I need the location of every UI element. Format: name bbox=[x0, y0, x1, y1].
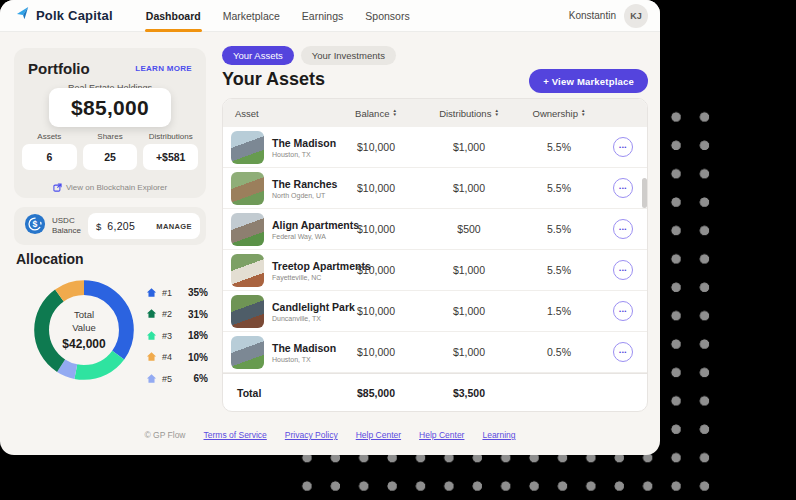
column-header-ownership[interactable]: Ownership▲▼ bbox=[519, 108, 599, 119]
legend-item-1: #135% bbox=[146, 282, 208, 304]
nav-item-marketplace[interactable]: Marketplace bbox=[212, 0, 291, 32]
asset-name: The Madison bbox=[272, 342, 336, 354]
allocation-legend: #135%#231%#318%#410%#56% bbox=[146, 282, 208, 390]
stat-assets: Assets6 bbox=[22, 132, 77, 170]
scrollbar-thumb[interactable] bbox=[642, 178, 647, 208]
assets-table: AssetBalance▲▼Distributions▲▼Ownership▲▼… bbox=[222, 98, 648, 412]
tab-your-investments[interactable]: Your Investments bbox=[301, 46, 396, 65]
main-nav: DashboardMarketplaceEarningsSponsors bbox=[135, 0, 421, 32]
distributions-cell: $1,000 bbox=[419, 346, 519, 358]
column-header-distributions[interactable]: Distributions▲▼ bbox=[419, 108, 519, 119]
distributions-cell: $1,000 bbox=[419, 305, 519, 317]
legend-percent: 18% bbox=[188, 330, 208, 341]
nav-item-sponsors[interactable]: Sponsors bbox=[354, 0, 420, 32]
house-icon bbox=[146, 370, 157, 388]
ownership-cell: 5.5% bbox=[519, 264, 599, 276]
total-distributions: $3,500 bbox=[419, 387, 519, 399]
property-photo bbox=[231, 336, 264, 369]
column-label: Asset bbox=[235, 108, 259, 119]
nav-item-earnings[interactable]: Earnings bbox=[291, 0, 354, 32]
asset-location: Houston, TX bbox=[272, 151, 336, 158]
property-photo bbox=[231, 172, 264, 205]
legend-label: #4 bbox=[162, 352, 172, 362]
house-icon bbox=[146, 327, 157, 345]
blockchain-link-text: View on Blockchain Explorer bbox=[66, 183, 167, 192]
brand-logo-icon bbox=[16, 6, 31, 25]
stat-label: Shares bbox=[97, 132, 122, 141]
legend-label: #1 bbox=[162, 288, 172, 298]
asset-cell[interactable]: The MadisonHouston, TX bbox=[223, 336, 333, 369]
table-row: Treetop ApartmentsFayetteville, NC$10,00… bbox=[223, 250, 647, 291]
asset-cell[interactable]: Align ApartmentsFederal Way, WA bbox=[223, 213, 333, 246]
copyright: © GP Flow bbox=[144, 430, 185, 440]
row-menu-button[interactable]: ••• bbox=[613, 342, 633, 362]
learn-more-link[interactable]: LEARN MORE bbox=[135, 64, 192, 73]
view-marketplace-button[interactable]: + View Marketplace bbox=[529, 69, 648, 93]
legend-label: #3 bbox=[162, 331, 172, 341]
svg-text:$: $ bbox=[33, 219, 38, 229]
footer-link-terms-of-service[interactable]: Terms of Service bbox=[204, 430, 267, 440]
page: Polk Capital DashboardMarketplaceEarning… bbox=[0, 0, 796, 500]
stat-value: 6 bbox=[22, 144, 77, 170]
footer-link-help-center[interactable]: Help Center bbox=[419, 430, 464, 440]
table-total-row: Total $85,000 $3,500 bbox=[223, 373, 647, 411]
legend-item-2: #231% bbox=[146, 304, 208, 326]
asset-location: Houston, TX bbox=[272, 356, 336, 363]
stat-label: Distributions bbox=[149, 132, 193, 141]
page-title: Your Assets bbox=[222, 69, 325, 90]
total-label: Total bbox=[223, 387, 333, 399]
usdc-amount-field[interactable]: $ 6,205 MANAGE bbox=[88, 213, 200, 239]
allocation-donut-chart: Total Value $42,000 bbox=[31, 277, 137, 383]
row-menu-button[interactable]: ••• bbox=[613, 219, 633, 239]
stat-label: Assets bbox=[37, 132, 61, 141]
column-header-balance[interactable]: Balance▲▼ bbox=[333, 108, 419, 119]
footer-link-learning[interactable]: Learning bbox=[482, 430, 515, 440]
balance-cell: $10,000 bbox=[333, 223, 419, 235]
row-menu-button[interactable]: ••• bbox=[613, 137, 633, 157]
usdc-amount: 6,205 bbox=[107, 220, 135, 232]
table-row: The RanchesNorth Ogden, UT$10,000$1,0005… bbox=[223, 168, 647, 209]
table-row: The MadisonHouston, TX$10,000$1,0000.5%•… bbox=[223, 332, 647, 373]
row-menu-button[interactable]: ••• bbox=[613, 301, 633, 321]
user-name[interactable]: Konstantin bbox=[569, 10, 616, 21]
portfolio-title: Portfolio bbox=[28, 60, 90, 77]
donut-center: Total Value $42,000 bbox=[31, 277, 137, 383]
asset-cell[interactable]: The MadisonHouston, TX bbox=[223, 131, 333, 164]
holdings-value: $85,000 bbox=[71, 96, 149, 120]
balance-cell: $10,000 bbox=[333, 182, 419, 194]
legend-label: #2 bbox=[162, 309, 172, 319]
asset-name: The Ranches bbox=[272, 178, 337, 190]
blockchain-explorer-link[interactable]: View on Blockchain Explorer bbox=[14, 178, 206, 196]
asset-cell[interactable]: Treetop ApartmentsFayetteville, NC bbox=[223, 254, 333, 287]
asset-location: North Ogden, UT bbox=[272, 192, 337, 199]
table-row: Candlelight ParkDuncanville, TX$10,000$1… bbox=[223, 291, 647, 332]
table-header-row: AssetBalance▲▼Distributions▲▼Ownership▲▼ bbox=[223, 99, 647, 127]
legend-percent: 6% bbox=[194, 373, 208, 384]
sort-icon[interactable]: ▲▼ bbox=[581, 109, 585, 117]
row-menu-button[interactable]: ••• bbox=[613, 178, 633, 198]
nav-item-dashboard[interactable]: Dashboard bbox=[135, 0, 212, 32]
avatar[interactable]: KJ bbox=[624, 4, 648, 28]
legend-percent: 31% bbox=[188, 309, 208, 320]
footer-link-help-center[interactable]: Help Center bbox=[356, 430, 401, 440]
property-photo bbox=[231, 131, 264, 164]
sort-icon[interactable]: ▲▼ bbox=[494, 109, 498, 117]
row-menu-button[interactable]: ••• bbox=[613, 260, 633, 280]
asset-name: The Madison bbox=[272, 137, 336, 149]
distributions-cell: $500 bbox=[419, 223, 519, 235]
tab-your-assets[interactable]: Your Assets bbox=[222, 46, 294, 65]
ownership-cell: 0.5% bbox=[519, 346, 599, 358]
legend-percent: 35% bbox=[188, 287, 208, 298]
legend-label: #5 bbox=[162, 374, 172, 384]
donut-center-label: Total Value bbox=[63, 309, 105, 335]
asset-cell[interactable]: Candlelight ParkDuncanville, TX bbox=[223, 295, 333, 328]
asset-cell[interactable]: The RanchesNorth Ogden, UT bbox=[223, 172, 333, 205]
manage-button[interactable]: MANAGE bbox=[156, 222, 192, 231]
legend-percent: 10% bbox=[188, 352, 208, 363]
property-photo bbox=[231, 254, 264, 287]
usdc-icon: $ bbox=[24, 213, 46, 239]
footer-link-privacy-policy[interactable]: Privacy Policy bbox=[285, 430, 338, 440]
sort-icon[interactable]: ▲▼ bbox=[392, 109, 396, 117]
footer-links: Terms of ServicePrivacy PolicyHelp Cente… bbox=[204, 430, 516, 440]
app-window: Polk Capital DashboardMarketplaceEarning… bbox=[0, 0, 660, 455]
